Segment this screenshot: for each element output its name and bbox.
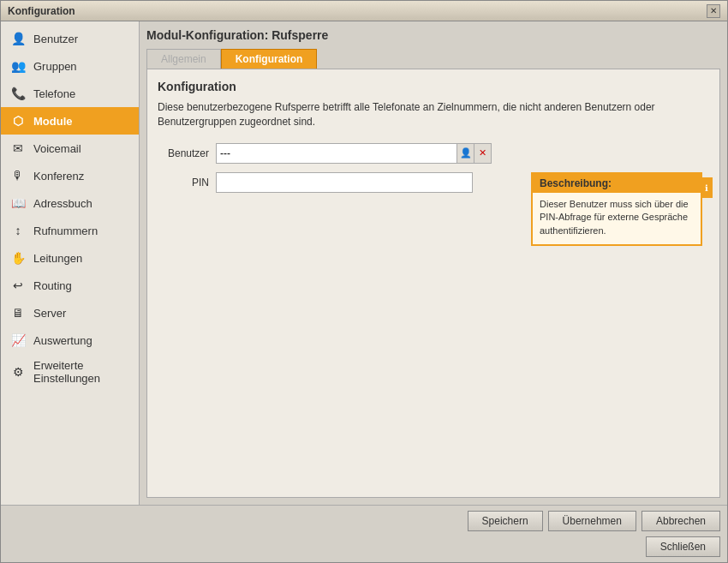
footer-row1: Speichern Übernehmen Abbrechen	[8, 511, 720, 531]
panel-title: Konfiguration	[158, 80, 709, 93]
benutzer-icon: 👤	[9, 30, 27, 47]
sidebar-label-server: Server	[33, 307, 66, 320]
routing-icon: ↩	[9, 277, 27, 294]
adressbuch-icon: 📖	[9, 195, 27, 212]
module-title: Modul-Konfiguration: Rufsperre	[146, 28, 720, 42]
sidebar-label-konferenz: Konferenz	[33, 170, 84, 183]
main-window: Konfiguration ✕ 👤Benutzer👥Gruppen📞Telefo…	[0, 0, 728, 563]
pin-label: PIN	[158, 177, 209, 189]
tab-konfiguration[interactable]: Konfiguration	[221, 49, 318, 69]
titlebar: Konfiguration ✕	[1, 1, 727, 21]
sidebar: 👤Benutzer👥Gruppen📞Telefone⬡Module✉Voicem…	[1, 21, 140, 505]
close-button[interactable]: ✕	[707, 4, 720, 18]
sidebar-label-adressbuch: Adressbuch	[33, 197, 92, 210]
sidebar-item-routing[interactable]: ↩Routing	[1, 272, 139, 299]
sidebar-item-erweiterte[interactable]: ⚙Erweiterte Einstellungen	[1, 354, 139, 390]
speichern-button[interactable]: Speichern	[468, 511, 543, 531]
description-text: Diese benutzerbezogene Rufsperre betriff…	[158, 100, 709, 129]
sidebar-item-voicemail[interactable]: ✉Voicemail	[1, 135, 139, 162]
benutzer-row: Benutzer 👤 ✕	[158, 143, 709, 164]
rufnummern-icon: ↕	[9, 222, 27, 239]
tooltip-content: Dieser Benutzer muss sich über die PIN-A…	[540, 198, 694, 237]
tab-allgemein: Allgemein	[146, 49, 221, 69]
sidebar-item-konferenz[interactable]: 🎙Konferenz	[1, 162, 139, 189]
benutzer-user-icon[interactable]: 👤	[456, 144, 474, 163]
konferenz-icon: 🎙	[9, 167, 27, 184]
telefone-icon: 📞	[9, 85, 27, 102]
benutzer-input[interactable]	[217, 144, 456, 163]
window-title: Konfiguration	[8, 5, 75, 17]
pin-input[interactable]	[216, 172, 473, 193]
sidebar-item-auswertung[interactable]: 📈Auswertung	[1, 326, 139, 354]
footer-row2: Schließen	[8, 536, 720, 557]
config-panel: Konfiguration Diese benutzerbezogene Ruf…	[146, 69, 720, 498]
voicemail-icon: ✉	[9, 140, 27, 157]
sidebar-item-leitungen[interactable]: ✋Leitungen	[1, 244, 139, 272]
benutzer-label: Benutzer	[158, 147, 209, 159]
sidebar-label-benutzer: Benutzer	[33, 33, 78, 45]
sidebar-item-server[interactable]: 🖥Server	[1, 299, 139, 326]
benutzer-input-group: 👤 ✕	[216, 143, 492, 164]
sidebar-label-leitungen: Leitungen	[33, 252, 82, 265]
sidebar-label-erweiterte: Erweiterte Einstellungen	[33, 359, 100, 385]
sidebar-item-rufnummern[interactable]: ↕Rufnummern	[1, 217, 139, 244]
sidebar-item-telefone[interactable]: 📞Telefone	[1, 80, 139, 107]
sidebar-item-benutzer[interactable]: 👤Benutzer	[1, 25, 139, 52]
tooltip-title: Beschreibung:	[533, 174, 701, 193]
module-icon: ⬡	[9, 112, 27, 129]
sidebar-label-routing: Routing	[33, 279, 72, 292]
sidebar-label-auswertung: Auswertung	[33, 334, 92, 347]
sidebar-label-gruppen: Gruppen	[33, 60, 77, 73]
sidebar-label-voicemail: Voicemail	[33, 142, 81, 155]
leitungen-icon: ✋	[9, 249, 27, 267]
sidebar-label-rufnummern: Rufnummern	[33, 225, 98, 237]
gruppen-icon: 👥	[9, 57, 27, 75]
abbrechen-button[interactable]: Abbrechen	[641, 511, 720, 531]
tab-bar: AllgemeinKonfiguration	[146, 49, 720, 69]
benutzer-clear-icon[interactable]: ✕	[474, 144, 491, 163]
sidebar-item-gruppen[interactable]: 👥Gruppen	[1, 52, 139, 80]
tooltip-box: Beschreibung: Dieser Benutzer muss sich …	[531, 172, 702, 246]
footer-bar: Speichern Übernehmen Abbrechen Schließen	[1, 505, 727, 562]
server-icon: 🖥	[9, 304, 27, 321]
sidebar-label-telefone: Telefone	[33, 87, 75, 100]
main-area: Modul-Konfiguration: Rufsperre Allgemein…	[140, 21, 727, 505]
tooltip-indicator: ℹ	[701, 177, 713, 198]
uebernehmen-button[interactable]: Übernehmen	[548, 511, 636, 531]
sidebar-item-adressbuch[interactable]: 📖Adressbuch	[1, 189, 139, 217]
sidebar-item-module[interactable]: ⬡Module	[1, 107, 139, 135]
erweiterte-icon: ⚙	[9, 363, 27, 380]
schliessen-button[interactable]: Schließen	[646, 536, 720, 557]
content-area: 👤Benutzer👥Gruppen📞Telefone⬡Module✉Voicem…	[1, 21, 727, 505]
auswertung-icon: 📈	[9, 332, 27, 349]
sidebar-label-module: Module	[33, 115, 73, 128]
